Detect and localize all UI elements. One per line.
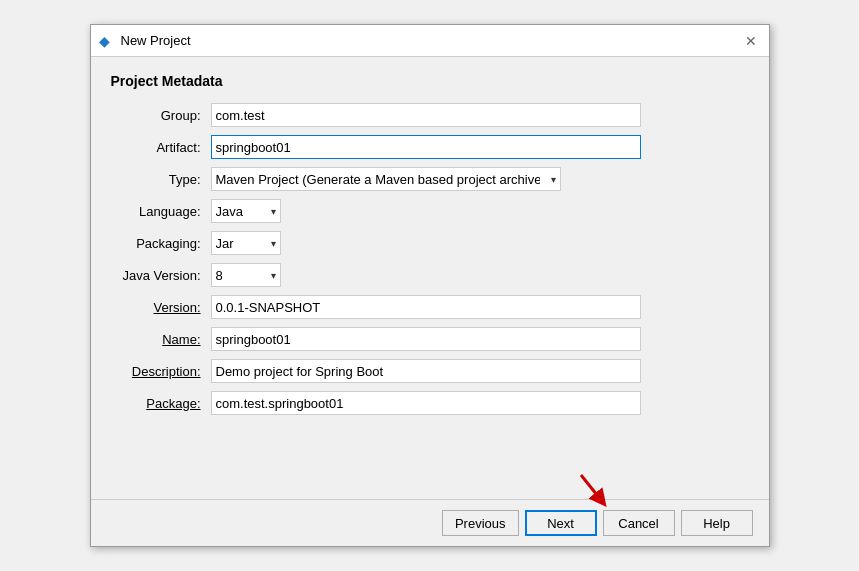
close-button[interactable]: ✕ [741, 31, 761, 51]
java-version-row: Java Version: 8 [111, 263, 749, 287]
cancel-button[interactable]: Cancel [603, 510, 675, 536]
package-input[interactable] [211, 391, 641, 415]
description-row: Description: [111, 359, 749, 383]
java-version-label: Java Version: [111, 268, 211, 283]
help-button[interactable]: Help [681, 510, 753, 536]
name-label: Name: [111, 332, 211, 347]
packaging-select[interactable]: Jar [211, 231, 281, 255]
dialog-icon: ◆ [99, 33, 115, 49]
new-project-dialog: ◆ New Project ✕ Project Metadata Group: … [90, 24, 770, 547]
language-select-wrapper: Java [211, 199, 281, 223]
version-row: Version: [111, 295, 749, 319]
package-row: Package: [111, 391, 749, 415]
type-select[interactable]: Maven Project (Generate a Maven based pr… [211, 167, 561, 191]
version-input[interactable] [211, 295, 641, 319]
artifact-label: Artifact: [111, 140, 211, 155]
dialog-content: Project Metadata Group: Artifact: Type: … [91, 57, 769, 499]
java-version-select[interactable]: 8 [211, 263, 281, 287]
language-label: Language: [111, 204, 211, 219]
artifact-input[interactable] [211, 135, 641, 159]
java-version-select-wrapper: 8 [211, 263, 281, 287]
group-label: Group: [111, 108, 211, 123]
language-select[interactable]: Java [211, 199, 281, 223]
type-row: Type: Maven Project (Generate a Maven ba… [111, 167, 749, 191]
language-row: Language: Java [111, 199, 749, 223]
packaging-label: Packaging: [111, 236, 211, 251]
previous-button[interactable]: Previous [442, 510, 519, 536]
artifact-row: Artifact: [111, 135, 749, 159]
svg-line-1 [581, 475, 601, 500]
description-input[interactable] [211, 359, 641, 383]
packaging-row: Packaging: Jar [111, 231, 749, 255]
packaging-select-wrapper: Jar [211, 231, 281, 255]
description-label: Description: [111, 364, 211, 379]
title-bar-left: ◆ New Project [99, 33, 191, 49]
type-select-wrapper: Maven Project (Generate a Maven based pr… [211, 167, 561, 191]
next-button[interactable]: Next [525, 510, 597, 536]
name-input[interactable] [211, 327, 641, 351]
group-row: Group: [111, 103, 749, 127]
dialog-title: New Project [121, 33, 191, 48]
group-input[interactable] [211, 103, 641, 127]
package-label: Package: [111, 396, 211, 411]
title-bar: ◆ New Project ✕ [91, 25, 769, 57]
name-row: Name: [111, 327, 749, 351]
type-label: Type: [111, 172, 211, 187]
version-label: Version: [111, 300, 211, 315]
section-title: Project Metadata [111, 73, 749, 89]
arrow-indicator [571, 470, 611, 510]
dialog-footer: Previous Next Cancel Help [91, 499, 769, 546]
